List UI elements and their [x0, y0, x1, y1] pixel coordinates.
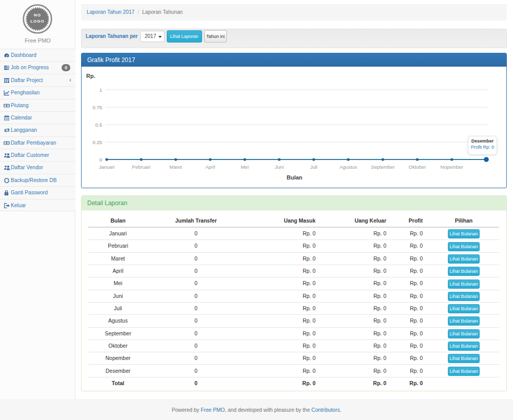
svg-text:0.25: 0.25: [93, 139, 103, 145]
svg-text:Maret: Maret: [169, 164, 182, 170]
svg-text:Nopember: Nopember: [441, 164, 463, 170]
svg-text:Juli: Juli: [310, 164, 317, 170]
svg-text:September: September: [371, 164, 394, 170]
svg-text:Rp.: Rp.: [86, 73, 95, 79]
svg-text:0.5: 0.5: [95, 122, 102, 128]
svg-text:Pebruari: Pebruari: [132, 164, 150, 170]
svg-text:Oktober: Oktober: [409, 164, 426, 170]
svg-text:Agustus: Agustus: [340, 164, 358, 170]
svg-text:0.75: 0.75: [93, 105, 103, 110]
svg-text:Mei: Mei: [241, 164, 248, 170]
svg-text:Januari: Januari: [98, 164, 114, 170]
svg-text:0: 0: [100, 157, 102, 163]
svg-text:Juni: Juni: [275, 164, 284, 170]
svg-text:Bulan: Bulan: [287, 174, 303, 181]
svg-text:NO: NO: [34, 13, 41, 17]
svg-text:1: 1: [100, 87, 102, 93]
svg-text:April: April: [205, 164, 215, 170]
svg-text:LOGO: LOGO: [30, 19, 45, 24]
